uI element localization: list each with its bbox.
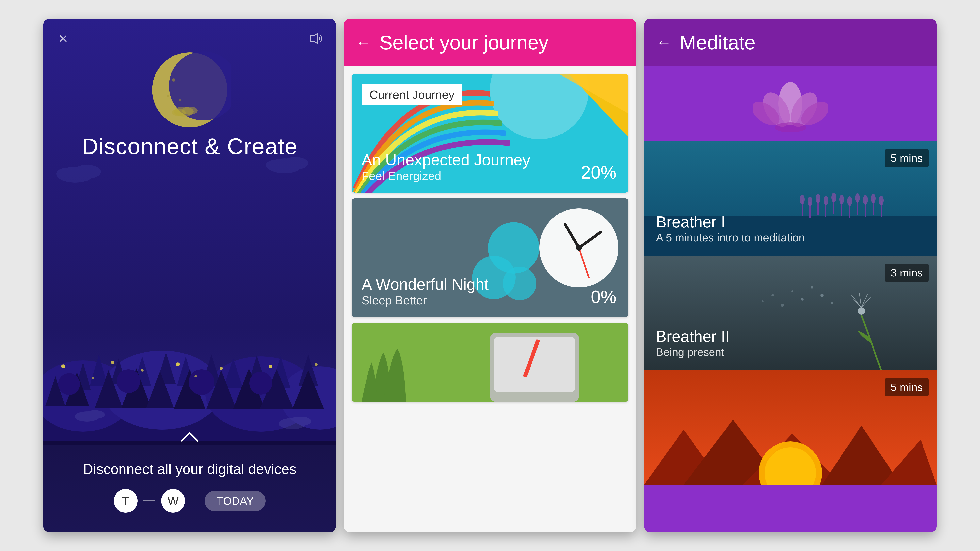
journey-card-2-name: A Wonderful Night (361, 275, 488, 294)
journey-card-1-percent: 20% (581, 162, 616, 183)
svg-point-49 (220, 367, 223, 370)
journey-card-3-bg (352, 323, 628, 402)
svg-point-85 (800, 195, 805, 205)
svg-point-5 (167, 95, 169, 97)
screen2-title: Select your journey (379, 31, 549, 54)
svg-point-117 (830, 302, 833, 304)
cloud-bottom-left (73, 408, 109, 422)
day-selector: T W TODAY (114, 489, 266, 513)
journey-card-1-name: An Unexpected Journey (361, 151, 530, 169)
screen-meditate: ← Meditate (644, 19, 937, 532)
screen3-header: ← Meditate (644, 19, 937, 66)
svg-point-48 (176, 362, 180, 366)
svg-point-46 (111, 361, 114, 364)
current-journey-badge: Current Journey (361, 84, 462, 105)
screen1-header: × (55, 31, 324, 46)
svg-point-80 (775, 122, 806, 132)
breather2-info: Breather II Being present (656, 327, 730, 359)
svg-point-11 (56, 168, 78, 180)
svg-point-41 (58, 373, 80, 395)
svg-point-97 (847, 196, 852, 206)
svg-point-50 (269, 365, 272, 368)
journey-list: Current Journey An Unexpected Journey Fe… (344, 66, 636, 532)
meditate-card-2[interactable]: 3 mins Breather II Being present (644, 256, 937, 370)
svg-point-4 (178, 98, 181, 101)
journey-card-3[interactable] (352, 323, 628, 402)
meditate-list: 5 mins Breather I A 5 minutes intro to m… (644, 141, 937, 532)
svg-point-99 (855, 193, 860, 203)
svg-point-57 (85, 410, 105, 419)
day-t[interactable]: T (114, 489, 137, 513)
svg-point-114 (811, 286, 813, 289)
swipe-up-chevron[interactable] (180, 430, 200, 445)
svg-point-113 (820, 294, 824, 297)
svg-point-55 (290, 416, 311, 426)
svg-point-89 (816, 194, 820, 203)
breather1-mins: 5 mins (885, 149, 929, 167)
svg-point-8 (172, 109, 186, 116)
svg-point-87 (808, 197, 813, 206)
svg-marker-0 (310, 33, 317, 43)
today-button[interactable]: TODAY (205, 491, 266, 511)
day-w[interactable]: W (161, 489, 185, 513)
journey-card-1-info: An Unexpected Journey Feel Energized (361, 151, 530, 183)
journey-card-2-info: A Wonderful Night Sleep Better (361, 275, 488, 307)
svg-point-14 (266, 160, 285, 171)
breather1-info: Breather I A 5 minutes intro to meditati… (656, 213, 805, 244)
svg-point-103 (871, 194, 876, 203)
chevron-up-icon (180, 431, 200, 443)
meditate-card-1[interactable]: 5 mins Breather I A 5 minutes intro to m… (644, 141, 937, 256)
meditate-back-button[interactable]: ← (656, 33, 672, 52)
svg-point-70 (576, 245, 582, 251)
screen1-bottom-panel: Disconnect all your digital devices T W … (43, 441, 336, 532)
journey-card-1-subtitle: Feel Energized (361, 169, 530, 183)
screen-disconnect: × (43, 19, 336, 532)
breather2-name: Breather II (656, 327, 730, 346)
moon-graphic (148, 50, 231, 134)
svg-point-51 (315, 363, 318, 366)
svg-point-47 (141, 369, 144, 372)
svg-point-116 (791, 290, 793, 292)
svg-point-42 (116, 369, 140, 393)
svg-point-107 (858, 308, 865, 314)
svg-point-115 (801, 298, 803, 300)
day-connector (143, 500, 155, 501)
screen-journey-select: ← Select your journey (344, 19, 636, 532)
breather1-subtitle: A 5 minutes intro to meditation (656, 231, 805, 244)
svg-point-43 (189, 369, 215, 395)
svg-point-65 (503, 267, 536, 300)
screen2-header: ← Select your journey (344, 19, 636, 66)
close-button[interactable]: × (55, 31, 71, 46)
journey-card-1[interactable]: Current Journey An Unexpected Journey Fe… (352, 74, 628, 192)
svg-point-91 (824, 195, 828, 205)
svg-point-93 (831, 192, 836, 202)
journey-card-2-percent: 0% (591, 287, 616, 307)
svg-point-95 (839, 195, 844, 205)
svg-point-52 (92, 377, 94, 380)
lotus-icon (753, 72, 828, 135)
disconnect-subtitle: Disconnect all your digital devices (83, 461, 297, 477)
svg-point-101 (863, 195, 868, 205)
breather1-name: Breather I (656, 213, 805, 231)
svg-point-119 (772, 294, 774, 297)
screen3-title: Meditate (680, 31, 756, 54)
meditate-card-3[interactable]: 5 mins (644, 370, 937, 485)
lotus-section (644, 66, 937, 141)
svg-point-53 (194, 375, 197, 377)
volume-button[interactable] (308, 31, 324, 46)
journey-card-2-subtitle: Sleep Better (361, 294, 488, 307)
svg-point-3 (172, 78, 175, 81)
svg-point-118 (781, 303, 784, 307)
breather2-subtitle: Being present (656, 346, 730, 359)
breather2-mins: 3 mins (885, 264, 929, 282)
svg-point-105 (879, 195, 884, 205)
back-button[interactable]: ← (356, 33, 371, 52)
cloud-bottom-right (277, 414, 316, 430)
cloud-left (55, 161, 115, 185)
svg-point-44 (249, 372, 272, 395)
journey-card-2[interactable]: A Wonderful Night Sleep Better 0% (352, 198, 628, 317)
svg-point-120 (762, 300, 764, 302)
screen1-title: Disconnect & Create (43, 133, 336, 159)
breather3-mins: 5 mins (885, 378, 929, 396)
volume-icon (309, 33, 323, 44)
